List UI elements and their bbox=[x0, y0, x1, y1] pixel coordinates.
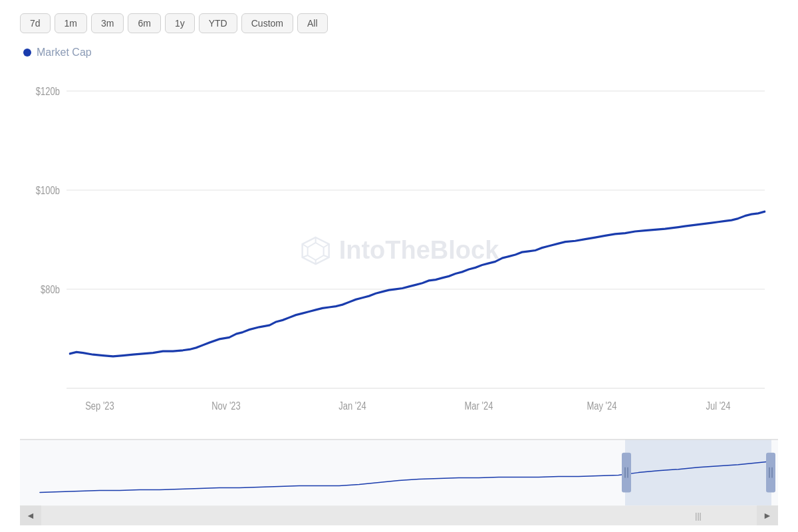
svg-text:May '24: May '24 bbox=[587, 399, 616, 412]
svg-rect-30 bbox=[766, 453, 775, 493]
btn-7d[interactable]: 7d bbox=[20, 13, 51, 33]
svg-text:Jan '24: Jan '24 bbox=[338, 399, 366, 412]
svg-text:►: ► bbox=[763, 510, 772, 521]
svg-text:Nov '23: Nov '23 bbox=[211, 399, 241, 412]
svg-text:$120b: $120b bbox=[36, 85, 60, 98]
svg-text:Sep '23: Sep '23 bbox=[85, 399, 114, 412]
btn-3m[interactable]: 3m bbox=[91, 13, 124, 33]
btn-1m[interactable]: 1m bbox=[55, 13, 87, 33]
btn-ytd[interactable]: YTD bbox=[199, 13, 237, 33]
legend-label: Market Cap bbox=[37, 47, 92, 59]
btn-custom[interactable]: Custom bbox=[241, 13, 293, 33]
chart-area: IntoTheBlock $120b $100b $80b Sep '23 No… bbox=[20, 65, 778, 436]
btn-1y[interactable]: 1y bbox=[165, 13, 195, 33]
time-range-controls: 7d 1m 3m 6m 1y YTD Custom All bbox=[20, 13, 778, 33]
btn-6m[interactable]: 6m bbox=[128, 13, 160, 33]
svg-text:$80b: $80b bbox=[41, 283, 60, 296]
svg-text:◄: ◄ bbox=[26, 510, 35, 521]
navigator-wrapper: 2018 2020 2022 2024 ◄ bbox=[20, 439, 778, 525]
svg-text:$100b: $100b bbox=[36, 184, 60, 197]
main-chart-wrapper: IntoTheBlock $120b $100b $80b Sep '23 No… bbox=[20, 65, 778, 525]
main-container: 7d 1m 3m 6m 1y YTD Custom All Market Cap bbox=[0, 0, 798, 532]
main-chart-svg: $120b $100b $80b Sep '23 Nov '23 Jan '24… bbox=[20, 65, 778, 436]
chart-legend: Market Cap bbox=[20, 47, 778, 59]
legend-dot bbox=[23, 49, 31, 57]
btn-all[interactable]: All bbox=[297, 13, 328, 33]
svg-rect-27 bbox=[622, 453, 631, 493]
svg-rect-22 bbox=[625, 440, 771, 505]
navigator-svg: 2018 2020 2022 2024 ◄ bbox=[20, 440, 778, 525]
svg-text:Jul '24: Jul '24 bbox=[706, 399, 730, 412]
svg-text:|||: ||| bbox=[695, 511, 701, 521]
svg-rect-34 bbox=[20, 505, 778, 525]
svg-text:Mar '24: Mar '24 bbox=[465, 399, 493, 412]
